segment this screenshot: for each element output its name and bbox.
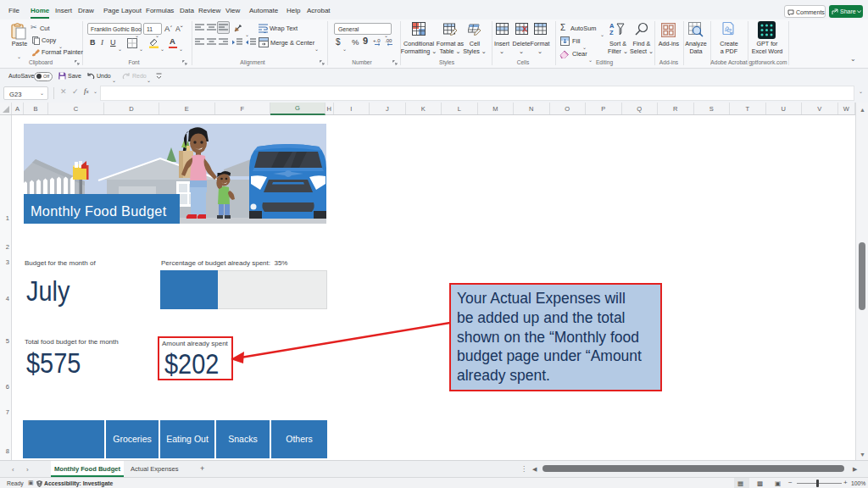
svg-text:.00: .00 (385, 38, 392, 43)
svg-text:+.0: +.0 (373, 38, 381, 43)
svg-text:Z: Z (609, 29, 614, 36)
